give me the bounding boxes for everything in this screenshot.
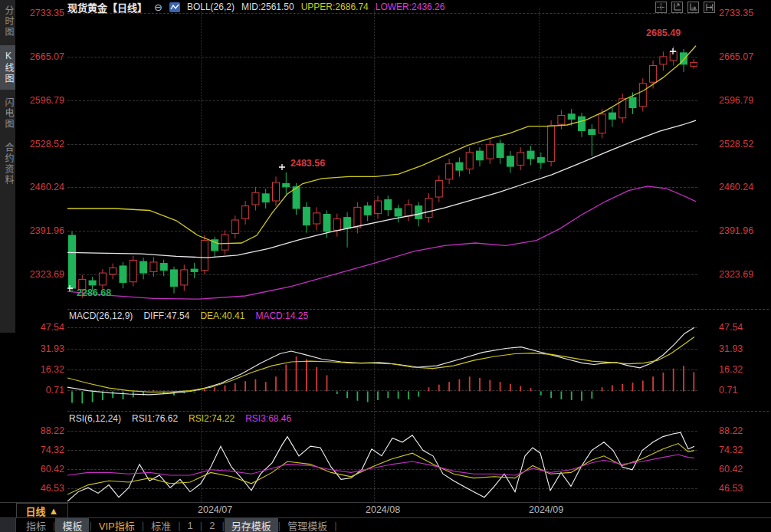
axis-tick-label: 31.93: [719, 343, 771, 355]
axis-tick-label: 88.22: [14, 425, 64, 437]
macd-diff-value: DIFF:47.54: [143, 310, 189, 321]
bottom-toolbar: 指标| 模板| VIP指标| 标准| 1| 2| 另存模板| 管理模板|: [0, 517, 771, 532]
toolbar-item-vip-indicators[interactable]: VIP指标: [92, 518, 142, 532]
sidebar-tab-kline[interactable]: K线图: [0, 45, 15, 90]
price-marker-cross: [279, 164, 285, 170]
date-label: 2024/09: [529, 504, 563, 515]
trading-app: { "sidebar": { "tabs": [ {"label": "分时图"…: [0, 0, 771, 532]
boll-upper-value: UPPER:2686.74: [301, 2, 369, 12]
zoom-x-axis-icon[interactable]: [687, 2, 699, 13]
axis-tick-label: 2323.69: [14, 268, 64, 281]
macd-macd-value: MACD:14.25: [255, 310, 308, 321]
axis-tick-label: 2733.35: [719, 7, 771, 19]
axis-tick-label: 16.32: [14, 363, 64, 376]
toolbar-item-manage-templates[interactable]: 管理模板: [281, 518, 334, 532]
period-arrow-icon: ▲: [49, 505, 59, 517]
axis-tick-label: 88.22: [719, 425, 771, 437]
crosshair-move-icon[interactable]: [655, 2, 667, 13]
chart-toolbar-icons: [655, 2, 715, 13]
axis-tick-label: 0.71: [14, 384, 64, 396]
toolbar-item-slot1[interactable]: 1: [181, 518, 200, 532]
rsi-panel[interactable]: [67, 412, 697, 502]
zoom-y-axis-icon[interactable]: [671, 2, 683, 13]
macd-params-label: MACD(26,12,9): [69, 310, 133, 321]
axis-tick-label: 2596.79: [719, 94, 771, 107]
macd-dea-value: DEA:40.41: [200, 310, 244, 321]
rsi1-value: RSI1:76.62: [132, 413, 178, 424]
chart-header: 现货黄金【日线】 ⊖ BOLL(26,2) MID:2561.50 UPPER:…: [67, 1, 445, 13]
axis-tick-label: 31.93: [14, 343, 64, 355]
toolbar-items: 指标| 模板| VIP指标| 标准| 1| 2| 另存模板| 管理模板|: [16, 518, 337, 532]
axis-tick-label: 60.42: [14, 463, 64, 475]
chart-type-sidebar: 分时图 K线图 闪电图 合约资料: [0, 0, 15, 333]
axis-tick-label: 2528.52: [719, 138, 771, 150]
axis-tick-label: 2665.07: [14, 51, 64, 63]
axis-tick-label: 60.42: [719, 463, 771, 475]
candlestick-chart[interactable]: [67, 8, 697, 309]
axis-tick-label: 2391.96: [14, 225, 64, 237]
axis-tick-label: 46.53: [719, 482, 771, 494]
sidebar-tab-timeline[interactable]: 分时图: [0, 0, 15, 43]
time-axis-divider: [0, 502, 771, 503]
date-label: 2024/08: [366, 504, 400, 515]
axis-tick-label: 2665.07: [719, 51, 771, 63]
toolbar-item-templates[interactable]: 模板: [55, 518, 89, 532]
axis-tick-label: 2596.79: [14, 94, 64, 107]
period-label: 日线: [26, 504, 46, 518]
axis-tick-label: 74.32: [719, 444, 771, 456]
toolbar-item-save-template[interactable]: 另存模板: [225, 518, 278, 532]
toolbar-corner-stub: [0, 518, 16, 532]
boll-mid-value: MID:2561.50: [241, 2, 294, 12]
axis-tick-label: 2460.24: [719, 181, 771, 193]
pan-right-icon[interactable]: [704, 2, 715, 13]
annotation-low: 2286.68: [77, 287, 111, 298]
annotation-high: 2685.49: [646, 28, 681, 38]
axis-tick-label: 47.54: [14, 321, 64, 333]
sidebar-tab-contract-info[interactable]: 合约资料: [0, 137, 15, 191]
boll-indicator-label: BOLL(26,2): [187, 2, 235, 12]
sidebar-tab-flash[interactable]: 闪电图: [0, 92, 15, 135]
boll-lower-value: LOWER:2436.26: [376, 2, 445, 12]
date-label: 2024/07: [198, 504, 232, 515]
rsi-params-label: RSI(6,12,24): [69, 413, 121, 424]
axis-tick-label: 74.32: [14, 444, 64, 456]
axis-tick-label: 2528.52: [14, 138, 64, 150]
axis-tick-label: 2460.24: [14, 181, 64, 193]
rsi2-value: RSI2:74.22: [189, 413, 235, 424]
axis-tick-label: 2323.69: [719, 268, 771, 281]
axis-tick-label: 2391.96: [719, 225, 771, 237]
toolbar-separator: |: [334, 520, 336, 531]
axis-tick-label: 16.32: [719, 363, 771, 376]
toolbar-item-slot2[interactable]: 2: [202, 518, 221, 532]
axis-tick-label: 0.71: [719, 384, 771, 396]
symbol-title: 现货黄金【日线】: [67, 0, 147, 15]
rsi-label-row: RSI(6,12,24) RSI1:76.62 RSI2:74.22 RSI3:…: [69, 413, 291, 424]
toolbar-item-indicators[interactable]: 指标: [19, 518, 53, 532]
period-selector[interactable]: 日线 ▲: [16, 503, 68, 518]
axis-tick-label: 47.54: [719, 321, 771, 333]
rsi3-value: RSI3:68.46: [245, 413, 291, 424]
macd-label-row: MACD(26,12,9) DIFF:47.54 DEA:40.41 MACD:…: [69, 310, 308, 321]
indicator-chart-icon[interactable]: [169, 2, 180, 12]
toolbar-item-standard[interactable]: 标准: [144, 518, 178, 532]
axis-tick-label: 2733.35: [14, 7, 64, 19]
annotation-swing-high: 2483.56: [290, 158, 325, 169]
axis-tick-label: 46.53: [14, 482, 64, 494]
collapse-icon[interactable]: ⊖: [154, 2, 162, 13]
macd-panel[interactable]: [67, 310, 697, 411]
